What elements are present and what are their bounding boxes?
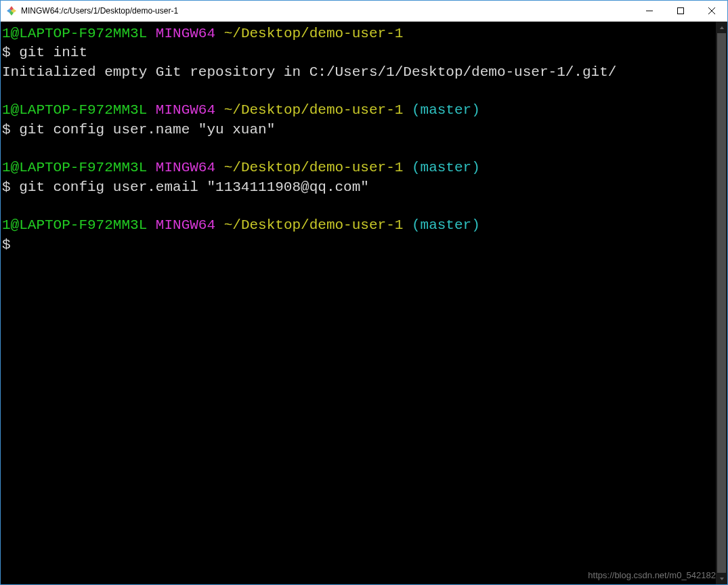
prompt-line: 1@LAPTOP-F972MM3L MINGW64 ~/Desktop/demo… — [2, 101, 714, 120]
svg-marker-9 — [720, 578, 724, 580]
prompt-user-host: 1@LAPTOP-F972MM3L — [2, 102, 147, 118]
prompt-path: ~/Desktop/demo-user-1 — [224, 26, 404, 41]
scrollbar-track[interactable] — [716, 33, 727, 573]
prompt-user-host: 1@LAPTOP-F972MM3L — [2, 26, 147, 41]
prompt-env: MINGW64 — [156, 26, 215, 41]
prompt-env: MINGW64 — [156, 217, 215, 233]
titlebar[interactable]: MINGW64:/c/Users/1/Desktop/demo-user-1 — [1, 1, 727, 22]
prompt-branch: (master) — [412, 102, 480, 118]
command-line: $ git init — [2, 43, 714, 62]
watermark: https://blog.csdn.net/m0_542182 — [588, 570, 716, 580]
window-title: MINGW64:/c/Users/1/Desktop/demo-user-1 — [21, 6, 634, 16]
prompt-user-host: 1@LAPTOP-F972MM3L — [2, 160, 147, 175]
command-line: $ git config user.name "yu xuan" — [2, 121, 714, 139]
prompt-line: 1@LAPTOP-F972MM3L MINGW64 ~/Desktop/demo… — [2, 216, 714, 235]
prompt-path: ~/Desktop/demo-user-1 — [224, 217, 404, 233]
maximize-button[interactable] — [665, 1, 696, 21]
svg-rect-5 — [678, 8, 684, 14]
command-line: $ git config user.email "1134111908@qq.c… — [2, 178, 714, 197]
svg-marker-8 — [720, 26, 724, 29]
close-button[interactable] — [696, 1, 727, 21]
window-controls — [634, 1, 727, 21]
scrollbar[interactable] — [716, 22, 727, 584]
minimize-button[interactable] — [634, 1, 665, 21]
prompt-line: 1@LAPTOP-F972MM3L MINGW64 ~/Desktop/demo… — [2, 158, 714, 177]
prompt-branch: (master) — [412, 217, 480, 233]
scrollbar-up-arrow[interactable] — [716, 22, 727, 33]
terminal-container: 1@LAPTOP-F972MM3L MINGW64 ~/Desktop/demo… — [1, 22, 727, 584]
prompt-branch: (master) — [412, 160, 480, 175]
prompt-line: 1@LAPTOP-F972MM3L MINGW64 ~/Desktop/demo… — [2, 24, 714, 43]
prompt-user-host: 1@LAPTOP-F972MM3L — [2, 217, 147, 233]
prompt-env: MINGW64 — [156, 102, 215, 118]
command-output: Initialized empty Git repository in C:/U… — [2, 63, 714, 82]
command-line: $ — [2, 236, 714, 255]
terminal[interactable]: 1@LAPTOP-F972MM3L MINGW64 ~/Desktop/demo… — [1, 22, 716, 584]
application-window: MINGW64:/c/Users/1/Desktop/demo-user-1 1… — [0, 0, 728, 585]
blank-line — [2, 197, 714, 216]
scrollbar-down-arrow[interactable] — [716, 573, 727, 584]
blank-line — [2, 82, 714, 101]
prompt-env: MINGW64 — [156, 160, 215, 175]
prompt-path: ~/Desktop/demo-user-1 — [224, 160, 404, 175]
prompt-path: ~/Desktop/demo-user-1 — [224, 102, 404, 118]
blank-line — [2, 139, 714, 158]
scrollbar-thumb[interactable] — [717, 33, 726, 573]
app-icon — [6, 5, 17, 16]
